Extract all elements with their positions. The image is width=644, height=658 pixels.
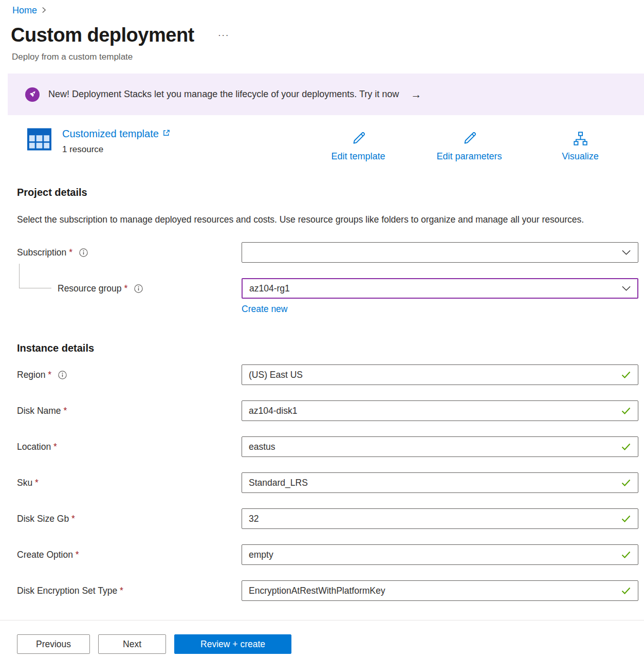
chevron-down-icon [622, 286, 631, 291]
region-value: (US) East US [249, 370, 303, 380]
valid-check-icon [621, 443, 631, 450]
subscription-field-row: Subscription [17, 242, 644, 263]
breadcrumb-home-link[interactable]: Home [12, 5, 37, 16]
disk-encryption-set-type-value: EncryptionAtRestWithPlatformKey [249, 586, 385, 596]
template-name-label: Customized template [62, 128, 159, 140]
review-create-button[interactable]: Review + create [174, 634, 291, 654]
edit-template-button[interactable]: Edit template [303, 128, 414, 162]
sku-value: Standard_LRS [249, 478, 308, 488]
location-field-row: Location eastus [17, 436, 644, 457]
disk-name-input[interactable]: az104-disk1 [242, 400, 638, 421]
region-field-row: Region (US) East US [17, 364, 644, 385]
project-details-heading: Project details [17, 187, 644, 198]
create-new-link[interactable]: Create new [242, 304, 288, 315]
sku-field-row: Sku Standard_LRS [17, 472, 644, 493]
disk-size-label: Disk Size Gb [17, 514, 75, 524]
instance-details-heading: Instance details [17, 342, 644, 354]
location-label: Location [17, 442, 57, 452]
valid-check-icon [621, 407, 631, 414]
subscription-dropdown[interactable] [242, 242, 638, 263]
pencil-icon [351, 131, 366, 147]
create-option-value: empty [249, 550, 273, 560]
template-icon [27, 128, 51, 155]
wizard-footer: Previous Next Review + create [0, 620, 644, 658]
create-option-label: Create Option [17, 550, 79, 560]
valid-check-icon [621, 587, 631, 594]
deployment-stacks-banner[interactable]: New! Deployment Stacks let you manage th… [8, 74, 644, 115]
disk-encryption-set-type-input[interactable]: EncryptionAtRestWithPlatformKey [242, 580, 638, 601]
info-icon[interactable] [134, 284, 143, 293]
valid-check-icon [621, 479, 631, 486]
subscription-label: Subscription [17, 247, 72, 258]
region-label: Region [17, 370, 51, 380]
info-icon[interactable] [58, 371, 67, 379]
location-value: eastus [249, 442, 275, 452]
project-details-description: Select the subscription to manage deploy… [17, 212, 605, 228]
resource-group-field-row: Resource group az104-rg1 [17, 278, 644, 299]
next-button[interactable]: Next [98, 634, 166, 654]
edit-parameters-button[interactable]: Edit parameters [414, 128, 525, 162]
external-link-icon [162, 129, 170, 137]
resource-group-label: Resource group [58, 283, 127, 294]
template-summary-row: Customized template 1 resource Edit temp… [27, 128, 644, 162]
project-details-form: Subscription Resource group az104-rg1 [17, 242, 644, 316]
banner-arrow-icon: → [411, 88, 421, 101]
page-subtitle: Deploy from a custom template [11, 52, 644, 62]
chevron-down-icon [622, 250, 631, 255]
resource-group-connector [19, 264, 51, 288]
resource-group-value: az104-rg1 [249, 283, 290, 294]
disk-size-value: 32 [249, 514, 259, 524]
create-option-input[interactable]: empty [242, 544, 638, 565]
visualize-label: Visualize [562, 151, 599, 162]
template-actions: Edit template Edit parameters Visualize [303, 128, 636, 162]
banner-text: New! Deployment Stacks let you manage th… [48, 89, 399, 100]
pencil-icon [462, 131, 477, 147]
breadcrumb: Home [0, 0, 644, 16]
valid-check-icon [621, 371, 631, 378]
sku-input[interactable]: Standard_LRS [242, 472, 638, 493]
page-title: Custom deployment [11, 24, 194, 46]
disk-name-label: Disk Name [17, 406, 67, 416]
resource-count: 1 resource [62, 144, 170, 155]
valid-check-icon [621, 551, 631, 558]
page-header: Custom deployment ··· Deploy from a cust… [0, 16, 644, 62]
create-option-field-row: Create Option empty [17, 544, 644, 565]
resource-group-dropdown[interactable]: az104-rg1 [242, 278, 638, 299]
disk-size-field-row: Disk Size Gb 32 [17, 508, 644, 529]
more-options-button[interactable]: ··· [218, 29, 229, 41]
sku-label: Sku [17, 478, 39, 488]
edit-parameters-label: Edit parameters [436, 151, 502, 162]
disk-encryption-set-type-label: Disk Encryption Set Type [17, 586, 123, 596]
region-input[interactable]: (US) East US [242, 364, 638, 385]
customized-template-link[interactable]: Customized template [62, 128, 170, 140]
previous-button[interactable]: Previous [17, 634, 90, 654]
disk-name-value: az104-disk1 [249, 406, 297, 416]
valid-check-icon [621, 515, 631, 522]
edit-template-label: Edit template [331, 151, 385, 162]
location-input[interactable]: eastus [242, 436, 638, 457]
visualize-button[interactable]: Visualize [525, 128, 636, 162]
rocket-icon [25, 87, 40, 102]
info-icon[interactable] [79, 248, 88, 257]
disk-size-input[interactable]: 32 [242, 508, 638, 529]
disk-name-field-row: Disk Name az104-disk1 [17, 400, 644, 421]
instance-details-form: Region (US) East US Disk Name az104-disk… [17, 364, 644, 601]
disk-encryption-set-type-field-row: Disk Encryption Set Type EncryptionAtRes… [17, 580, 644, 601]
breadcrumb-chevron-icon [42, 5, 46, 16]
hierarchy-icon [573, 131, 588, 147]
